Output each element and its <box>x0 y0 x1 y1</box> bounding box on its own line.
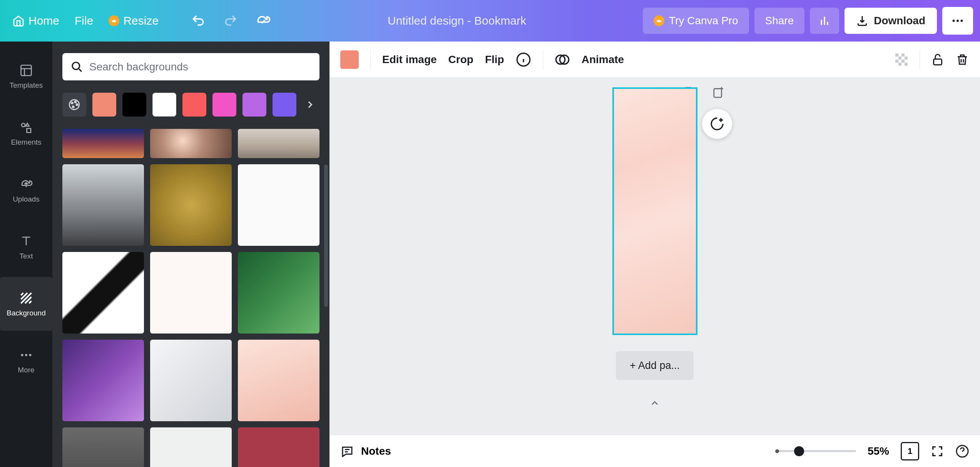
bg-thumb-top-2[interactable] <box>238 129 319 158</box>
svg-rect-17 <box>895 53 898 57</box>
search-wrapper <box>62 53 319 80</box>
undo-icon <box>191 13 206 28</box>
bg-thumb-11[interactable] <box>238 427 319 467</box>
fullscreen-button[interactable] <box>931 445 944 458</box>
bg-thumb-5[interactable] <box>238 252 319 334</box>
bg-thumb-0[interactable] <box>62 164 144 246</box>
svg-point-12 <box>76 104 78 105</box>
try-pro-button[interactable]: Try Canva Pro <box>643 8 749 34</box>
help-button[interactable] <box>955 444 969 458</box>
more-menu-button[interactable] <box>942 7 973 35</box>
background-icon <box>18 290 34 306</box>
svg-point-5 <box>21 354 23 356</box>
transparency-button[interactable] <box>894 52 909 67</box>
transparency-icon <box>894 52 909 67</box>
zoom-level[interactable]: 55% <box>868 445 889 457</box>
lock-button[interactable] <box>931 53 945 67</box>
notes-button[interactable]: Notes <box>340 444 391 458</box>
color-swatch-4[interactable] <box>212 93 236 117</box>
bg-thumb-2[interactable] <box>238 164 319 246</box>
panel-scrollbar[interactable] <box>324 165 328 307</box>
design-title[interactable]: Untitled design - Bookmark <box>388 14 526 27</box>
redo-button[interactable] <box>222 13 239 29</box>
zoom-thumb[interactable] <box>794 446 804 456</box>
effects-button[interactable] <box>555 52 570 67</box>
crop-button[interactable]: Crop <box>448 53 473 66</box>
bg-thumb-10[interactable] <box>150 427 232 467</box>
sidebar: Templates Elements Uploads Text Backgrou… <box>0 42 52 467</box>
resize-button[interactable]: Resize <box>109 14 159 27</box>
page-indicator[interactable]: 1 <box>901 442 919 460</box>
sidebar-more[interactable]: More <box>0 334 52 388</box>
svg-rect-18 <box>901 53 905 57</box>
zoom-slider[interactable] <box>775 450 856 452</box>
background-panel <box>52 42 329 467</box>
svg-rect-24 <box>905 62 908 65</box>
svg-rect-21 <box>895 60 898 63</box>
color-swatch-2[interactable] <box>152 93 176 117</box>
add-element-button[interactable] <box>702 109 732 139</box>
trash-icon <box>955 53 969 67</box>
crown-icon <box>654 15 664 26</box>
color-swatch-6[interactable] <box>273 93 296 117</box>
bg-thumb-top-1[interactable] <box>150 129 232 158</box>
ellipsis-icon <box>951 14 965 28</box>
add-page-button[interactable]: + Add pa... <box>616 351 694 380</box>
svg-rect-19 <box>898 57 901 60</box>
elements-icon <box>18 120 34 135</box>
footer-bar: Notes 55% 1 <box>329 435 980 467</box>
color-row <box>62 93 319 117</box>
cloud-status[interactable] <box>255 13 271 29</box>
info-button[interactable] <box>516 52 531 67</box>
bg-thumb-top-0[interactable] <box>62 129 144 158</box>
color-swatch-3[interactable] <box>182 93 206 117</box>
insights-button[interactable] <box>810 8 839 34</box>
share-button[interactable]: Share <box>754 8 805 34</box>
home-label: Home <box>28 14 59 27</box>
crown-icon <box>109 15 119 26</box>
add-page-icon-button[interactable] <box>712 85 725 98</box>
fullscreen-icon <box>931 445 944 458</box>
bg-thumb-1[interactable] <box>150 164 232 246</box>
animate-button[interactable]: Animate <box>582 53 624 66</box>
home-link[interactable]: Home <box>12 14 59 27</box>
svg-rect-27 <box>714 89 722 98</box>
download-button[interactable]: Download <box>845 8 937 34</box>
color-swatch-5[interactable] <box>242 93 266 117</box>
design-canvas[interactable] <box>614 89 696 334</box>
context-toolbar: Edit image Crop Flip Animate <box>329 42 980 78</box>
delete-button[interactable] <box>955 53 969 67</box>
color-scroll-right[interactable] <box>305 100 315 110</box>
bg-thumb-7[interactable] <box>150 340 232 421</box>
svg-rect-23 <box>898 62 901 65</box>
color-swatch-1[interactable] <box>122 93 146 117</box>
resize-label: Resize <box>123 14 159 27</box>
color-picker-button[interactable] <box>62 93 86 117</box>
sidebar-templates[interactable]: Templates <box>0 49 52 103</box>
sidebar-elements[interactable]: Elements <box>0 106 52 160</box>
flip-button[interactable]: Flip <box>485 53 504 66</box>
undo-button[interactable] <box>190 13 206 29</box>
svg-rect-25 <box>934 59 942 65</box>
svg-point-13 <box>72 106 74 108</box>
bg-thumb-8[interactable] <box>238 340 319 421</box>
edit-image-button[interactable]: Edit image <box>382 53 437 66</box>
bg-thumb-9[interactable] <box>62 427 144 467</box>
sidebar-text[interactable]: Text <box>0 220 52 274</box>
color-swatch-0[interactable] <box>92 93 116 117</box>
svg-point-7 <box>29 354 32 356</box>
templates-icon <box>18 63 34 78</box>
cloud-check-icon <box>255 13 271 29</box>
color-indicator[interactable] <box>340 50 359 69</box>
search-input[interactable] <box>89 61 311 73</box>
sidebar-background[interactable]: Background <box>0 277 52 331</box>
bg-thumb-6[interactable] <box>62 340 144 421</box>
svg-point-4 <box>22 123 25 127</box>
notes-icon <box>340 444 354 458</box>
bg-thumb-3[interactable] <box>62 252 144 334</box>
file-menu[interactable]: File <box>75 14 93 27</box>
bg-thumb-4[interactable] <box>150 252 232 334</box>
text-icon <box>18 233 34 249</box>
expand-pages-button[interactable] <box>649 398 660 409</box>
sidebar-uploads[interactable]: Uploads <box>0 163 52 217</box>
